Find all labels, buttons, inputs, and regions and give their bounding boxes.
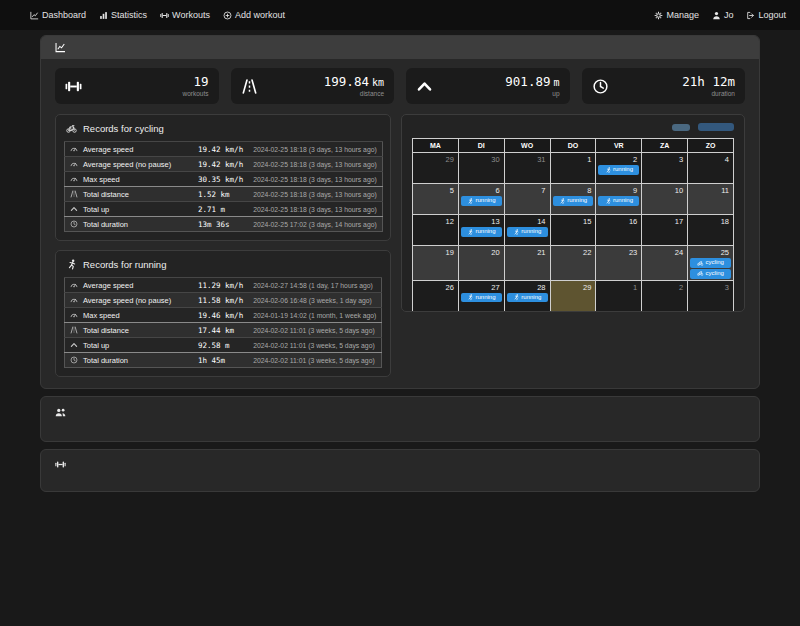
calendar-day[interactable]: 29 xyxy=(413,153,459,184)
record-row: Total duration13m 36s2024-02-25 17:02 (3… xyxy=(65,217,383,232)
calendar-event-running[interactable]: running xyxy=(598,196,639,206)
nav-item-label: Logout xyxy=(758,10,786,20)
calendar-event-cycling[interactable]: cycling xyxy=(690,258,731,268)
nav-item-label: Add workout xyxy=(235,10,285,20)
calendar-day[interactable]: 27running xyxy=(458,280,504,311)
calendar-day[interactable]: 29 xyxy=(550,280,596,311)
day-number: 24 xyxy=(643,247,686,257)
calendar-event-running[interactable]: running xyxy=(461,293,502,303)
stat-label: workouts xyxy=(182,91,208,98)
top-navbar: DashboardStatisticsWorkoutsAdd workout M… xyxy=(0,0,800,30)
calendar-event-running[interactable]: running xyxy=(507,293,548,303)
weekday-header: ZO xyxy=(688,139,734,153)
calendar-day[interactable]: 7 xyxy=(504,184,550,215)
nav-item-logout[interactable]: Logout xyxy=(746,10,786,20)
calendar-event-running[interactable]: running xyxy=(507,227,548,237)
calendar-day[interactable]: 7 xyxy=(550,311,596,312)
calendar-day[interactable]: 10 xyxy=(688,311,734,312)
day-number: 16 xyxy=(597,216,640,226)
weekday-header: VR xyxy=(596,139,642,153)
record-row: Max speed30.35 km/h2024-02-25 18:18 (3 d… xyxy=(65,172,383,187)
calendar-day[interactable]: 14running xyxy=(504,215,550,246)
day-number: 29 xyxy=(552,282,595,292)
record-value: 19.42 km/h xyxy=(193,157,248,172)
dumbbell-icon xyxy=(65,78,82,95)
calendar-day[interactable]: 12 xyxy=(413,215,459,246)
calendar-day[interactable]: 26 xyxy=(413,280,459,311)
calendar-day[interactable]: 25cyclingcycling xyxy=(688,246,734,281)
calendar-day[interactable]: 2running xyxy=(596,153,642,184)
calendar-prev-button[interactable] xyxy=(698,123,716,131)
calendar-event-running[interactable]: running xyxy=(553,196,594,206)
calendar-week-row: 29303112running34 xyxy=(413,153,734,184)
road-icon xyxy=(70,326,78,334)
calendar-day[interactable]: 5 xyxy=(413,184,459,215)
calendar-day[interactable]: 24 xyxy=(642,246,688,281)
record-label-cell: Max speed xyxy=(65,172,194,187)
other-users-panel xyxy=(40,396,760,442)
calendar-day[interactable]: 15 xyxy=(550,215,596,246)
record-label-cell: Average speed xyxy=(65,142,194,157)
calendar-day[interactable]: 1 xyxy=(550,153,596,184)
calendar-day[interactable]: 13running xyxy=(458,215,504,246)
calendar-event-cycling[interactable]: cycling xyxy=(690,269,731,279)
stat-unit: m xyxy=(553,77,559,88)
calendar-day[interactable]: 4 xyxy=(413,311,459,312)
calendar-day[interactable]: 21 xyxy=(504,246,550,281)
nav-item-dashboard[interactable]: Dashboard xyxy=(30,10,86,20)
calendar-day[interactable]: 1 xyxy=(596,280,642,311)
nav-item-add-workout[interactable]: Add workout xyxy=(223,10,285,20)
calendar-day[interactable]: 19 xyxy=(413,246,459,281)
calendar-day[interactable]: 2 xyxy=(642,280,688,311)
record-value: 30.35 km/h xyxy=(193,172,248,187)
calendar-day[interactable]: 17 xyxy=(642,215,688,246)
record-row: Total up92.58 m2024-02-02 11:01 (3 weeks… xyxy=(65,338,382,353)
calendar-day[interactable]: 3 xyxy=(688,280,734,311)
nav-item-manage[interactable]: Manage xyxy=(654,10,699,20)
calendar-day[interactable]: 20 xyxy=(458,246,504,281)
calendar-day[interactable]: 9running xyxy=(596,184,642,215)
calendar-day[interactable]: 30 xyxy=(458,153,504,184)
day-number: 30 xyxy=(460,154,503,164)
nav-item-jo[interactable]: Jo xyxy=(712,10,734,20)
nav-item-statistics[interactable]: Statistics xyxy=(99,10,147,20)
chevron-icon xyxy=(70,341,78,349)
calendar-day[interactable]: 9 xyxy=(642,311,688,312)
calendar-next-button[interactable] xyxy=(716,123,734,131)
calendar-day[interactable]: 22 xyxy=(550,246,596,281)
calendar-day[interactable]: 23 xyxy=(596,246,642,281)
record-label-cell: Average speed (no pause) xyxy=(65,157,194,172)
record-date: 2024-01-19 14:02 (1 month, 1 week ago) xyxy=(248,308,382,323)
calendar-day[interactable]: 11 xyxy=(688,184,734,215)
event-label: running xyxy=(567,197,587,205)
navbar-links: DashboardStatisticsWorkoutsAdd workout xyxy=(30,10,285,20)
record-value: 11.29 km/h xyxy=(193,278,248,293)
calendar-event-running[interactable]: running xyxy=(461,196,502,206)
calendar-day[interactable]: 31 xyxy=(504,153,550,184)
calendar-day[interactable]: 8 xyxy=(596,311,642,312)
cycling-icon xyxy=(66,123,77,134)
nav-item-label: Statistics xyxy=(111,10,147,20)
stat-number: 21h 12m xyxy=(682,74,735,89)
calendar-day[interactable]: 16 xyxy=(596,215,642,246)
calendar-day[interactable]: 8running xyxy=(550,184,596,215)
record-date: 2024-02-25 18:18 (3 days, 13 hours ago) xyxy=(248,157,382,172)
calendar-event-running[interactable]: running xyxy=(598,165,639,175)
record-label: Total distance xyxy=(83,326,129,335)
calendar-day[interactable]: 5 xyxy=(458,311,504,312)
calendar-today-button[interactable] xyxy=(672,124,690,131)
calendar-day[interactable]: 3 xyxy=(642,153,688,184)
records-table: Average speed19.42 km/h2024-02-25 18:18 … xyxy=(64,141,383,232)
gauge-icon xyxy=(70,296,78,304)
calendar-event-running[interactable]: running xyxy=(461,227,502,237)
calendar-day[interactable]: 18 xyxy=(688,215,734,246)
record-label-cell: Total distance xyxy=(65,323,194,338)
calendar-day[interactable]: 6running xyxy=(458,184,504,215)
calendar-day[interactable]: 4 xyxy=(688,153,734,184)
record-row: Max speed19.46 km/h2024-01-19 14:02 (1 m… xyxy=(65,308,382,323)
cycling-icon xyxy=(697,270,704,277)
calendar-day[interactable]: 6 xyxy=(504,311,550,312)
nav-item-workouts[interactable]: Workouts xyxy=(160,10,210,20)
calendar-day[interactable]: 10 xyxy=(642,184,688,215)
calendar-day[interactable]: 28running xyxy=(504,280,550,311)
